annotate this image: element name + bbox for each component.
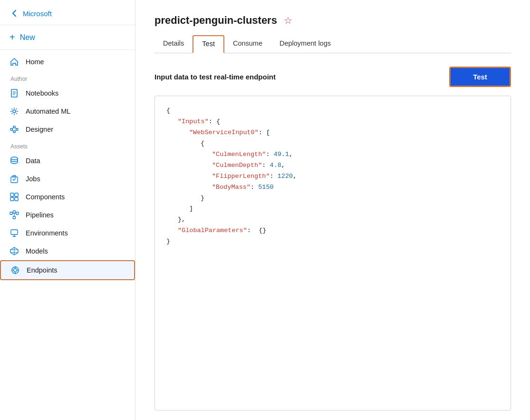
designer-icon xyxy=(10,125,20,134)
new-button[interactable]: + New xyxy=(0,25,135,50)
section-heading: Input data to test real-time endpoint xyxy=(154,73,276,81)
sidebar-item-models[interactable]: Models xyxy=(0,242,135,260)
svg-rect-8 xyxy=(13,131,15,133)
jobs-label: Jobs xyxy=(26,175,40,183)
code-line-6: "CulmenDepth": 4.8, xyxy=(166,160,499,171)
sidebar-item-data[interactable]: Data xyxy=(0,152,135,170)
code-line-9: } xyxy=(166,193,499,204)
pipelines-label: Pipelines xyxy=(26,211,54,219)
sidebar-item-automated-ml[interactable]: Automated ML xyxy=(0,102,135,120)
sidebar-item-home[interactable]: Home xyxy=(0,53,135,71)
code-line-5: "CulmenLength": 49.1, xyxy=(166,149,499,160)
svg-point-4 xyxy=(13,110,16,113)
microsoft-nav[interactable]: Microsoft xyxy=(0,0,135,25)
notebooks-label: Notebooks xyxy=(26,89,58,97)
svg-rect-7 xyxy=(16,128,18,130)
sidebar-item-components[interactable]: Components xyxy=(0,188,135,206)
svg-rect-21 xyxy=(10,212,12,215)
tab-deployment-logs[interactable]: Deployment logs xyxy=(271,35,339,53)
svg-point-35 xyxy=(14,269,17,272)
sidebar: Microsoft + New Home Author xyxy=(0,0,135,420)
code-line-10: ] xyxy=(166,204,499,215)
code-line-3: "WebServiceInput0": [ xyxy=(166,127,499,138)
svg-line-11 xyxy=(12,129,13,132)
svg-rect-24 xyxy=(13,216,16,219)
back-icon xyxy=(10,9,19,18)
svg-rect-28 xyxy=(11,230,18,234)
automated-ml-label: Automated ML xyxy=(26,107,70,115)
svg-rect-20 xyxy=(15,197,18,201)
pipelines-icon xyxy=(10,210,20,220)
sidebar-item-pipelines[interactable]: Pipelines xyxy=(0,206,135,224)
svg-line-12 xyxy=(15,129,16,132)
svg-rect-23 xyxy=(16,212,19,215)
code-line-11: }, xyxy=(166,215,499,225)
endpoints-icon xyxy=(10,265,21,275)
svg-line-9 xyxy=(12,127,13,129)
code-line-4: { xyxy=(166,138,499,149)
svg-point-13 xyxy=(11,157,18,160)
components-icon xyxy=(10,192,20,202)
sidebar-item-designer[interactable]: Designer xyxy=(0,120,135,138)
page-header: predict-penguin-clusters ☆ xyxy=(154,14,511,27)
sidebar-item-notebooks[interactable]: Notebooks xyxy=(0,84,135,102)
home-icon xyxy=(10,57,20,67)
jobs-icon xyxy=(10,174,20,184)
code-line-13: } xyxy=(166,236,499,247)
models-label: Models xyxy=(26,247,48,255)
tab-consume[interactable]: Consume xyxy=(224,35,271,53)
svg-rect-5 xyxy=(10,128,12,130)
notebooks-icon xyxy=(10,88,20,98)
designer-label: Designer xyxy=(26,126,53,133)
environments-label: Environments xyxy=(26,229,68,237)
endpoints-label: Endpoints xyxy=(27,266,58,274)
code-editor[interactable]: { "Inputs": { "WebServiceInput0": [ { "C… xyxy=(154,96,511,410)
tab-test[interactable]: Test xyxy=(193,35,224,53)
tabs-row: Details Test Consume Deployment logs xyxy=(154,35,511,53)
tab-details[interactable]: Details xyxy=(154,35,193,53)
sidebar-item-endpoints[interactable]: Endpoints xyxy=(0,260,135,280)
code-line-2: "Inputs": { xyxy=(166,117,499,127)
home-label: Home xyxy=(26,58,44,66)
svg-line-10 xyxy=(15,127,16,129)
svg-rect-22 xyxy=(13,211,16,213)
svg-rect-6 xyxy=(13,126,15,128)
favorite-star-icon[interactable]: ☆ xyxy=(284,15,292,26)
components-label: Components xyxy=(26,193,65,201)
page-title: predict-penguin-clusters xyxy=(154,14,277,27)
sidebar-item-jobs[interactable]: Jobs xyxy=(0,170,135,188)
svg-rect-17 xyxy=(10,193,14,196)
models-icon xyxy=(10,246,20,256)
code-line-12: "GlobalParameters": {} xyxy=(166,225,499,236)
code-line-1: { xyxy=(166,106,499,117)
author-section-label: Author xyxy=(0,71,135,84)
svg-line-16 xyxy=(14,178,16,180)
test-button[interactable]: Test xyxy=(449,67,511,87)
svg-rect-18 xyxy=(15,193,18,196)
automated-ml-icon xyxy=(10,107,20,116)
sidebar-item-environments[interactable]: Environments xyxy=(0,224,135,242)
sidebar-nav: Home Author Notebooks Automated xyxy=(0,50,135,420)
plus-icon: + xyxy=(10,32,15,43)
data-icon xyxy=(10,156,20,166)
main-content: predict-penguin-clusters ☆ Details Test … xyxy=(135,0,530,420)
assets-section-label: Assets xyxy=(0,138,135,152)
code-line-7: "FlipperLength": 1220, xyxy=(166,171,499,182)
new-label: New xyxy=(20,33,35,42)
environments-icon xyxy=(10,228,20,238)
data-label: Data xyxy=(26,157,40,165)
test-section-header: Input data to test real-time endpoint Te… xyxy=(154,67,511,87)
code-line-8: "BodyMass": 5150 xyxy=(166,182,499,193)
microsoft-label: Microsoft xyxy=(23,10,52,18)
svg-rect-19 xyxy=(10,197,14,201)
